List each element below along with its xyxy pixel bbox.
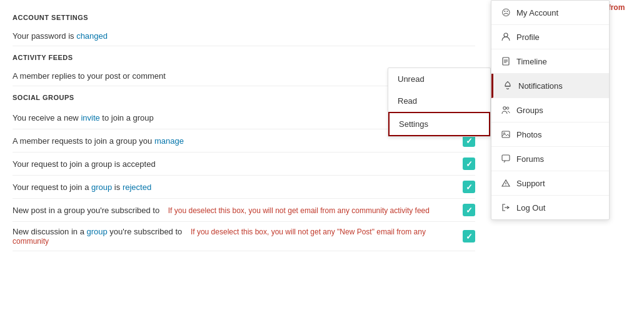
- checkbox-2[interactable]: [463, 158, 475, 170]
- tooltip-4: If you deselect this box, you will not g…: [168, 206, 430, 215]
- menu-timeline[interactable]: Timeline: [491, 49, 609, 74]
- social-label-1: A member requests to join a group you ma…: [13, 136, 184, 146]
- social-row-4: New post in a group you're subscribed to…: [13, 199, 475, 222]
- svg-rect-9: [502, 131, 510, 138]
- checkbox-3[interactable]: [463, 181, 475, 193]
- menu-groups[interactable]: Groups: [491, 98, 609, 122]
- activity-feeds-title: ACTIVITY FEEDS: [13, 54, 475, 61]
- triangle-icon: [500, 178, 511, 189]
- menu-timeline-label: Timeline: [516, 57, 547, 66]
- menu-logout-label: Log Out: [516, 203, 545, 212]
- social-label-5: New discussion in a group you're subscri…: [13, 227, 463, 246]
- group-link-5[interactable]: group: [87, 227, 108, 236]
- users-icon: [500, 104, 511, 116]
- submenu-unread[interactable]: Unread: [388, 68, 490, 90]
- clock-icon: [500, 56, 511, 67]
- menu-support[interactable]: Support: [491, 171, 609, 196]
- person-icon: [500, 31, 511, 42]
- photo-icon: [500, 129, 511, 140]
- menu-groups-label: Groups: [516, 106, 543, 115]
- menu-photos[interactable]: Photos: [491, 122, 609, 147]
- menu-my-account-label: My Account: [516, 8, 558, 18]
- social-row-5: New discussion in a group you're subscri…: [13, 222, 475, 251]
- password-link[interactable]: changed: [76, 31, 108, 41]
- social-label-2: Your request to join a group is accepted: [13, 159, 156, 169]
- social-label-3: Your request to join a group is rejected: [13, 182, 151, 192]
- group-link-3[interactable]: group: [91, 182, 112, 192]
- logout-icon: [500, 202, 511, 213]
- menu-support-label: Support: [516, 179, 545, 188]
- social-row-3: Your request to join a group is rejected: [13, 176, 475, 199]
- menu-notifications[interactable]: Notifications: [491, 74, 609, 98]
- checkbox-4[interactable]: [463, 204, 475, 216]
- manage-link[interactable]: manage: [154, 136, 184, 146]
- menu-photos-label: Photos: [516, 130, 541, 139]
- svg-point-8: [506, 107, 509, 109]
- svg-point-0: [504, 33, 508, 37]
- rejected-link[interactable]: rejected: [123, 182, 151, 192]
- invite-link[interactable]: invite: [81, 113, 99, 122]
- notifications-submenu: Unread Read Settings: [388, 68, 491, 137]
- tooltip-5: If you deselect this box, you will not g…: [13, 228, 426, 246]
- main-dropdown: ☹ My Account Profile Timeline: [491, 0, 610, 220]
- social-label-4: New post in a group you're subscribed to…: [13, 206, 430, 215]
- menu-profile-label: Profile: [516, 32, 540, 42]
- menu-forums-label: Forums: [516, 154, 544, 164]
- svg-point-13: [506, 185, 506, 186]
- svg-rect-11: [502, 155, 510, 161]
- menu-my-account[interactable]: ☹ My Account: [491, 1, 609, 25]
- checkbox-5[interactable]: [463, 230, 475, 242]
- password-label: Your password is changed: [13, 31, 108, 41]
- password-row: Your password is changed: [13, 26, 475, 46]
- social-row-2: Your request to join a group is accepted: [13, 152, 475, 176]
- person-circle-icon: ☹: [500, 7, 511, 18]
- menu-forums[interactable]: Forums: [491, 147, 609, 171]
- menu-notifications-label: Notifications: [518, 81, 563, 91]
- submenu-settings[interactable]: Settings: [388, 112, 490, 136]
- chat-icon: [500, 153, 511, 164]
- account-settings-title: ACCOUNT SETTINGS: [13, 14, 475, 21]
- svg-point-7: [503, 107, 506, 109]
- bell-icon: [502, 80, 513, 91]
- password-prefix: Your password is: [13, 31, 76, 41]
- menu-logout[interactable]: Log Out: [491, 196, 609, 219]
- social-label-0: You receive a new invite to join a group: [13, 113, 154, 122]
- menu-profile[interactable]: Profile: [491, 25, 609, 49]
- submenu-read[interactable]: Read: [388, 90, 490, 112]
- activity-reply-label: A member replies to your post or comment: [13, 71, 166, 81]
